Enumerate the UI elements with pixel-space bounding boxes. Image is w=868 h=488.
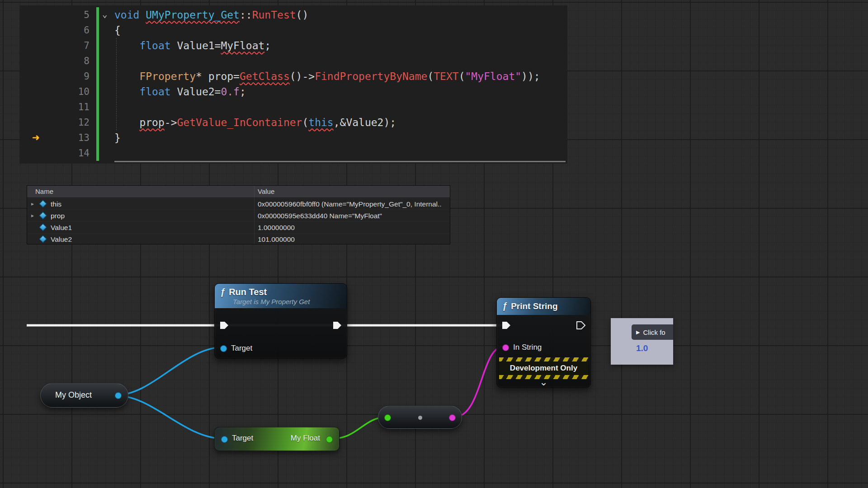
node-print-string[interactable]: ƒ Print String In String Development Onl… [496, 297, 591, 388]
variable-icon [39, 235, 47, 243]
watch-panel[interactable]: Name Value ▸this0x000005960fbf0ff0 (Name… [27, 185, 450, 244]
current-statement-arrow-icon[interactable]: ➜ [32, 131, 39, 145]
node-title: Run Test [229, 287, 267, 297]
node-get-my-float[interactable]: Target My Float [214, 427, 340, 451]
variable-label: My Object [55, 390, 92, 400]
bubble-button-label: Click fo [643, 328, 665, 336]
watch-name: Value1 [51, 224, 72, 232]
variable-icon [39, 224, 47, 231]
watch-row[interactable]: Value11.00000000 [27, 221, 450, 233]
fold-chevron-icon[interactable]: ⌄ [102, 6, 107, 22]
wire-object-to-runtest[interactable] [115, 347, 224, 395]
reroute-dot [418, 416, 422, 420]
node-header[interactable]: ƒ Print String [497, 298, 590, 315]
code-line[interactable] [114, 99, 567, 115]
bubble-value: 1.0 [636, 343, 648, 353]
expand-arrow-icon[interactable]: ▸ [31, 201, 34, 207]
pin-label: Target [231, 344, 252, 353]
float-input-pin[interactable] [384, 414, 391, 421]
code-line[interactable]: FProperty* prop=GetClass()->FindProperty… [114, 69, 567, 84]
line-number[interactable]: 12 [38, 115, 90, 130]
code-line[interactable]: { [114, 23, 567, 38]
watch-row[interactable]: ▸prop0x00000595e633dd40 Name="MyFloat" [27, 210, 450, 221]
exec-output-pin[interactable] [332, 321, 342, 330]
node-conversion[interactable] [378, 406, 462, 429]
hazard-stripe [499, 357, 588, 361]
line-number[interactable]: 6 [38, 23, 90, 38]
node-my-object[interactable]: My Object [40, 383, 128, 408]
exec-output-pin[interactable] [576, 321, 586, 330]
line-number[interactable]: 14 [38, 145, 90, 161]
development-only-banner: Development Only [499, 357, 588, 379]
line-number[interactable]: 9 [38, 69, 90, 84]
column-divider[interactable] [254, 186, 255, 244]
watch-name: this [51, 200, 61, 208]
variable-icon [39, 200, 47, 208]
bubble-button[interactable]: ▶ Click fo [632, 324, 673, 340]
expand-arrow-icon[interactable]: ▸ [31, 212, 34, 219]
code-area[interactable]: ⌄void UMyProperty_Get::RunTest(){ float … [114, 7, 567, 161]
debug-value-bubble[interactable]: ▶ Click fo 1.0 [611, 318, 673, 365]
node-subtitle: Target is My Property Get [233, 298, 341, 305]
watch-header: Name Value [27, 186, 450, 198]
target-pin[interactable] [221, 436, 228, 443]
horizontal-scrollbar[interactable] [114, 161, 566, 162]
code-editor-panel[interactable]: 567891011121314 ⌄void UMyProperty_Get::R… [19, 5, 567, 164]
in-string-pin-row[interactable]: In String [502, 343, 542, 352]
code-line[interactable]: ⌄void UMyProperty_Get::RunTest() [114, 7, 567, 23]
watch-row[interactable]: ▸this0x000005960fbf0ff0 (Name="MyPropert… [27, 198, 450, 210]
watch-row[interactable]: Value2101.000000 [27, 233, 450, 245]
chevron-down-icon[interactable]: ⌄ [497, 377, 590, 387]
wire-object-to-getter[interactable] [115, 395, 224, 439]
string-output-pin[interactable] [449, 414, 456, 421]
code-line[interactable] [114, 53, 567, 69]
code-line[interactable]: prop->GetValue_InContainer(this,&Value2)… [114, 115, 567, 130]
line-number[interactable]: 10 [38, 84, 90, 99]
float-output-pin[interactable] [326, 436, 333, 443]
watch-value: 0x000005960fbf0ff0 (Name="MyProperty_Get… [258, 200, 442, 208]
code-line[interactable] [114, 145, 567, 161]
target-label: Target [232, 434, 253, 443]
column-header-value[interactable]: Value [258, 188, 274, 195]
watch-name: Value2 [51, 235, 72, 244]
line-number[interactable]: 8 [38, 53, 90, 69]
exec-input-pin[interactable] [219, 321, 229, 330]
line-number[interactable]: 5 [38, 7, 90, 23]
code-line[interactable]: float Value1=MyFloat; [114, 38, 567, 53]
node-title: Print String [511, 301, 557, 311]
banner-text: Development Only [499, 361, 588, 375]
code-line[interactable]: } [114, 130, 567, 145]
object-pin[interactable] [220, 345, 227, 352]
watch-value: 0x00000595e633dd40 Name="MyFloat" [258, 212, 382, 220]
function-icon: ƒ [502, 301, 507, 311]
play-icon: ▶ [636, 329, 640, 335]
object-output-pin[interactable] [115, 392, 122, 399]
git-change-bar [96, 7, 99, 161]
column-header-name[interactable]: Name [35, 188, 53, 195]
exec-input-pin[interactable] [501, 321, 511, 330]
line-number[interactable]: 13 [38, 130, 90, 145]
node-run-test[interactable]: ƒ Run Test Target is My Property Get Tar… [214, 283, 347, 359]
variable-icon [39, 212, 47, 220]
node-header[interactable]: ƒ Run Test Target is My Property Get [215, 284, 347, 308]
line-number-gutter[interactable]: 567891011121314 [38, 7, 90, 161]
function-icon: ƒ [220, 287, 225, 297]
watch-value: 1.00000000 [258, 224, 295, 232]
string-pin[interactable] [502, 344, 509, 351]
line-number[interactable]: 11 [38, 99, 90, 115]
line-number[interactable]: 7 [38, 38, 90, 53]
output-label: My Float [291, 434, 320, 443]
code-line[interactable]: float Value2=0.f; [114, 84, 567, 99]
pin-label: In String [513, 343, 542, 352]
watch-value: 101.000000 [258, 235, 295, 244]
blueprint-graph-canvas[interactable]: ƒ Run Test Target is My Property Get Tar… [0, 0, 868, 488]
target-pin-row[interactable]: Target [220, 344, 252, 353]
watch-rows: ▸this0x000005960fbf0ff0 (Name="MyPropert… [27, 198, 450, 245]
watch-name: prop [51, 212, 65, 220]
